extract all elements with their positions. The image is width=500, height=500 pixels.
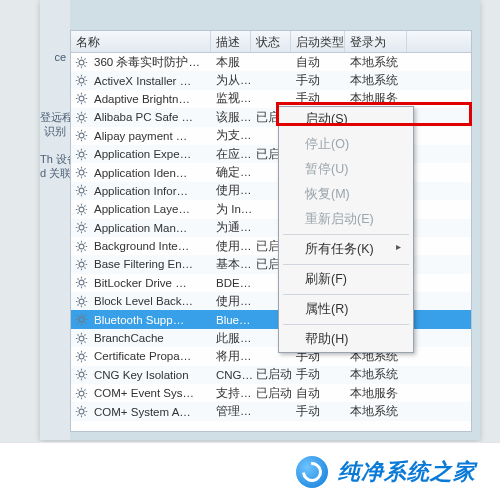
svc-desc: 在应… [212,147,252,162]
svc-name: Alibaba PC Safe … [90,111,212,123]
svc-name: Base Filtering En… [90,258,212,270]
svc-desc: Blue… [212,314,252,326]
svc-name: BranchCache [90,332,212,344]
gear-icon [74,129,88,143]
menu-separator [283,264,409,265]
svc-desc: 使用… [212,183,252,198]
menu-resume: 恢复(M) [279,182,413,207]
gear-icon [74,92,88,106]
service-row[interactable]: COM+ Event Sys…支持…已启动自动本地服务 [71,384,471,402]
svc-startup: 手动 [292,91,346,106]
gear-icon [74,386,88,400]
menu-start[interactable]: 启动(S) [279,107,413,132]
gear-icon [74,147,88,161]
svc-desc: 为 In… [212,202,252,217]
svc-name: COM+ System A… [90,406,212,418]
svc-startup: 手动 [292,404,346,419]
screenshot-root: ce 登远程 识别 Th 设备后 d 关联新 名称 描述 状态 启动类型 登录为… [0,0,500,500]
service-row[interactable]: COM+ System A…管理…手动本地系统 [71,402,471,420]
gear-icon [74,110,88,124]
context-menu[interactable]: 启动(S) 停止(O) 暂停(U) 恢复(M) 重新启动(E) 所有任务(K) … [278,106,414,353]
svc-desc: 使用… [212,239,252,254]
service-row[interactable]: CNG Key IsolationCNG…已启动手动本地系统 [71,366,471,384]
menu-separator [283,324,409,325]
svg-point-6 [79,170,84,175]
menu-stop: 停止(O) [279,132,413,157]
menu-refresh[interactable]: 刷新(F) [279,267,413,292]
svg-point-14 [79,317,84,322]
col-logon[interactable]: 登录为 [345,31,407,52]
svg-point-18 [79,391,84,396]
svc-desc: 支持… [212,386,252,401]
svc-name: Alipay payment … [90,130,212,142]
svg-point-2 [79,97,84,102]
svc-logon: 本地服务 [346,386,408,401]
svc-name: COM+ Event Sys… [90,387,212,399]
svc-name: BitLocker Drive … [90,277,212,289]
svc-logon: 本地系统 [346,73,408,88]
svc-name: Application Expe… [90,148,212,160]
svc-startup: 自动 [292,386,346,401]
menu-properties[interactable]: 属性(R) [279,297,413,322]
gear-icon [74,368,88,382]
gear-icon [74,257,88,271]
svg-point-11 [79,262,84,267]
svg-point-16 [79,354,84,359]
svc-desc: 为从… [212,73,252,88]
svc-desc: CNG… [212,369,252,381]
menu-pause: 暂停(U) [279,157,413,182]
gear-icon [74,221,88,235]
col-name[interactable]: 名称 [71,31,211,52]
brand-logo-icon [296,456,328,488]
svg-point-7 [79,188,84,193]
svc-startup: 手动 [292,367,346,382]
gear-icon [74,184,88,198]
gear-icon [74,74,88,88]
service-row[interactable]: 360 杀毒实时防护…本服自动本地系统 [71,53,471,71]
svc-desc: 将用… [212,349,252,364]
svg-point-1 [79,78,84,83]
svg-point-15 [79,336,84,341]
svg-point-3 [79,115,84,120]
svc-name: Application Laye… [90,203,212,215]
service-row[interactable]: ActiveX Installer …为从…手动本地系统 [71,71,471,89]
gear-icon [74,349,88,363]
svg-point-9 [79,225,84,230]
svc-name: Background Inte… [90,240,212,252]
svc-name: Bluetooth Supp… [90,314,212,326]
svc-desc: 基本… [212,257,252,272]
col-status[interactable]: 状态 [251,31,291,52]
watermark-footer: 纯净系统之家 [0,442,500,500]
svc-startup: 手动 [292,73,346,88]
svc-desc: 本服 [212,55,252,70]
svc-desc: 该服… [212,110,252,125]
gear-icon [74,313,88,327]
gear-icon [74,202,88,216]
gear-icon [74,239,88,253]
svc-logon: 本地系统 [346,367,408,382]
col-startup[interactable]: 启动类型 [291,31,345,52]
gear-icon [74,405,88,419]
svg-point-4 [79,133,84,138]
svc-desc: BDE… [212,277,252,289]
menu-all-tasks[interactable]: 所有任务(K) [279,237,413,262]
menu-help[interactable]: 帮助(H) [279,327,413,352]
gear-icon [74,276,88,290]
svc-name: Application Man… [90,222,212,234]
svc-name: 360 杀毒实时防护… [90,55,212,70]
svg-point-12 [79,280,84,285]
svg-point-17 [79,372,84,377]
svc-startup: 自动 [292,55,346,70]
svc-name: Application Iden… [90,167,212,179]
svc-desc: 使用… [212,294,252,309]
svc-logon: 本地服务 [346,91,408,106]
column-headers[interactable]: 名称 描述 状态 启动类型 登录为 [71,31,471,53]
svc-status: 已启动 [252,386,292,401]
svc-name: ActiveX Installer … [90,75,212,87]
svc-logon: 本地系统 [346,404,408,419]
svc-desc: 为通… [212,220,252,235]
gear-icon [74,294,88,308]
col-desc[interactable]: 描述 [211,31,251,52]
svc-desc: 监视… [212,91,252,106]
svg-point-8 [79,207,84,212]
